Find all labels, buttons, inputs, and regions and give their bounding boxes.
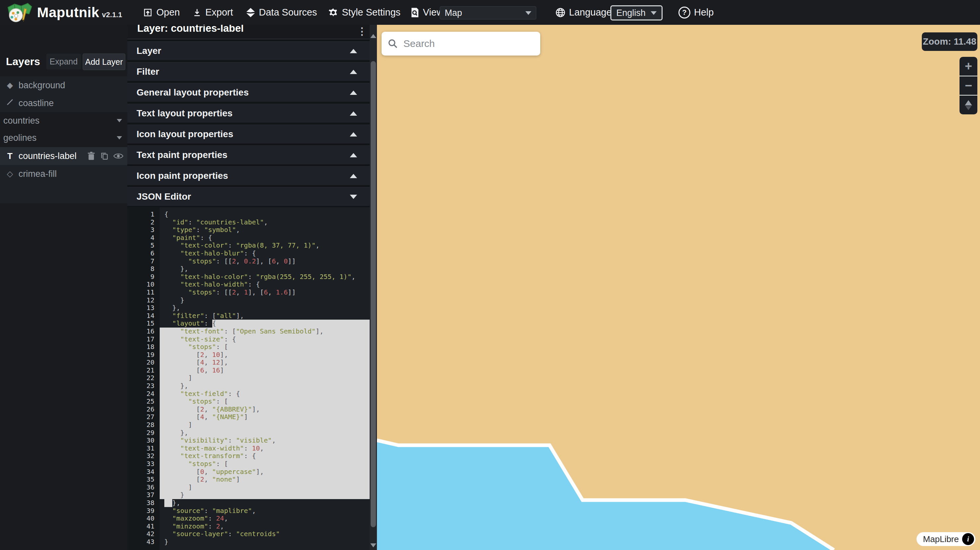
code-line[interactable]: "source-layer": "centroids" [160, 530, 370, 538]
export-button[interactable]: Export [192, 0, 233, 25]
code-line[interactable]: } [160, 296, 370, 304]
zoom-out-button[interactable]: − [959, 76, 977, 95]
style-settings-button[interactable]: Style Settings [328, 0, 400, 25]
info-icon[interactable]: i [962, 533, 974, 545]
code-line[interactable]: "text-transform": { [160, 452, 370, 460]
section-text-paint[interactable]: Text paint properties [127, 145, 370, 164]
code-line[interactable]: }, [160, 499, 370, 507]
map-canvas[interactable]: Zoom: 11.48 + − MapLibre i [377, 25, 980, 550]
export-icon [192, 8, 202, 17]
section-general-layout[interactable]: General layout properties [127, 83, 370, 102]
code-line[interactable]: }, [160, 429, 370, 437]
code-line[interactable]: }, [160, 382, 370, 390]
scroll-down-arrow-icon[interactable] [370, 544, 376, 547]
code-line[interactable]: "stops": [[2, 1], [6, 1.6]] [160, 289, 370, 296]
section-json-editor[interactable]: JSON Editor [127, 187, 370, 206]
section-icon-layout[interactable]: Icon layout properties [127, 125, 370, 143]
code-line[interactable]: ] [160, 421, 370, 429]
layer-item-background[interactable]: ◆ background [0, 76, 127, 94]
code-line[interactable]: "text-font": ["Open Sans Semibold"], [160, 327, 370, 335]
editor-code[interactable]: { "id": "countries-label", "type": "symb… [160, 207, 370, 550]
layer-item-countries-label[interactable]: T countries-label [0, 147, 127, 165]
add-layer-button[interactable]: Add Layer [83, 54, 125, 70]
language-select[interactable]: English [611, 6, 662, 19]
duplicate-layer-icon[interactable] [100, 151, 109, 161]
map-search-box[interactable] [382, 32, 540, 56]
line-number: 22 [127, 374, 160, 382]
code-line[interactable]: [2, "none"] [160, 475, 370, 483]
panel-scrollbar[interactable] [370, 25, 377, 550]
code-line[interactable]: [2, "{ABBREV}"], [160, 405, 370, 413]
code-line[interactable]: ] [160, 483, 370, 491]
code-line[interactable]: "visibility": "visible", [160, 437, 370, 445]
help-label: Help [694, 7, 714, 18]
code-line[interactable]: "stops": [ [160, 460, 370, 468]
line-icon [5, 98, 14, 108]
chevron-up-icon [350, 70, 357, 74]
code-line[interactable]: "text-size": { [160, 335, 370, 343]
data-sources-label: Data Sources [259, 7, 317, 18]
code-line[interactable]: }, [160, 304, 370, 312]
code-line[interactable]: "source": "maplibre", [160, 507, 370, 515]
section-icon-paint[interactable]: Icon paint properties [127, 166, 370, 185]
code-line[interactable]: "text-halo-width": { [160, 281, 370, 289]
style-settings-icon [328, 8, 338, 17]
layer-group-countries[interactable]: countries [0, 112, 127, 129]
code-line[interactable]: "id": "countries-label", [160, 218, 370, 226]
code-line[interactable]: [0, "uppercase"], [160, 468, 370, 476]
code-line[interactable]: "text-field": { [160, 390, 370, 398]
code-line[interactable]: }, [160, 265, 370, 273]
code-line[interactable]: "paint": { [160, 234, 370, 242]
code-line[interactable]: "maxzoom": 24, [160, 515, 370, 523]
code-line[interactable]: "text-halo-color": "rgba(255, 255, 255, … [160, 273, 370, 281]
line-number: 14 [127, 312, 160, 320]
code-line[interactable]: "layout": { [160, 320, 370, 327]
zoom-in-button[interactable]: + [959, 57, 977, 76]
code-line[interactable]: "text-halo-blur": { [160, 250, 370, 258]
section-filter[interactable]: Filter [127, 62, 370, 81]
code-line[interactable]: [4, 12], [160, 359, 370, 367]
open-label: Open [156, 7, 180, 18]
code-line[interactable]: [2, 10], [160, 351, 370, 359]
divider [127, 39, 370, 39]
section-layer[interactable]: Layer [127, 41, 370, 60]
expand-button[interactable]: Expand [46, 54, 81, 69]
code-line[interactable]: "type": "symbol", [160, 226, 370, 234]
code-line[interactable]: "filter": ["all"], [160, 312, 370, 320]
data-sources-button[interactable]: Data Sources [246, 0, 317, 25]
visibility-eye-icon[interactable] [113, 152, 123, 160]
code-line[interactable]: "text-max-width": 10, [160, 445, 370, 453]
help-button[interactable]: ? Help [678, 0, 714, 25]
scroll-up-arrow-icon[interactable] [370, 34, 376, 38]
delete-layer-icon[interactable] [87, 151, 95, 161]
json-editor[interactable]: 1234567891011121314151617181920212223242… [127, 207, 370, 550]
layer-group-geolines[interactable]: geolines [0, 129, 127, 146]
code-line[interactable]: "stops": [ [160, 397, 370, 405]
open-button[interactable]: Open [143, 0, 180, 25]
line-number: 3 [127, 226, 160, 234]
code-line[interactable]: } [160, 538, 370, 546]
search-input[interactable] [403, 38, 530, 49]
line-number: 8 [127, 265, 160, 273]
language-label: Language [569, 7, 612, 18]
code-line[interactable]: "text-color": "rgba(8, 37, 77, 1)", [160, 242, 370, 250]
section-text-layout[interactable]: Text layout properties [127, 104, 370, 122]
code-line[interactable]: ] [160, 374, 370, 382]
view-button[interactable]: View [410, 0, 443, 25]
code-line[interactable]: } [160, 491, 370, 499]
kebab-menu-icon[interactable]: ⋮ [357, 25, 367, 37]
attribution-label[interactable]: MapLibre [923, 534, 959, 544]
code-line[interactable]: "stops": [ [160, 343, 370, 351]
compass-button[interactable] [959, 95, 977, 114]
line-number: 12 [127, 296, 160, 304]
line-number: 31 [127, 445, 160, 453]
code-line[interactable]: [4, "{NAME}"] [160, 413, 370, 421]
code-line[interactable]: "minzoom": 2, [160, 523, 370, 531]
layer-item-crimea-fill[interactable]: ◇ crimea-fill [0, 165, 127, 183]
scrollbar-thumb[interactable] [371, 61, 376, 527]
code-line[interactable]: "stops": [[2, 0.2], [6, 0]] [160, 258, 370, 265]
code-line[interactable]: { [160, 211, 370, 218]
layer-item-coastline[interactable]: coastline [0, 94, 127, 112]
view-mode-select[interactable]: Map [440, 6, 536, 19]
code-line[interactable]: [6, 16] [160, 367, 370, 375]
